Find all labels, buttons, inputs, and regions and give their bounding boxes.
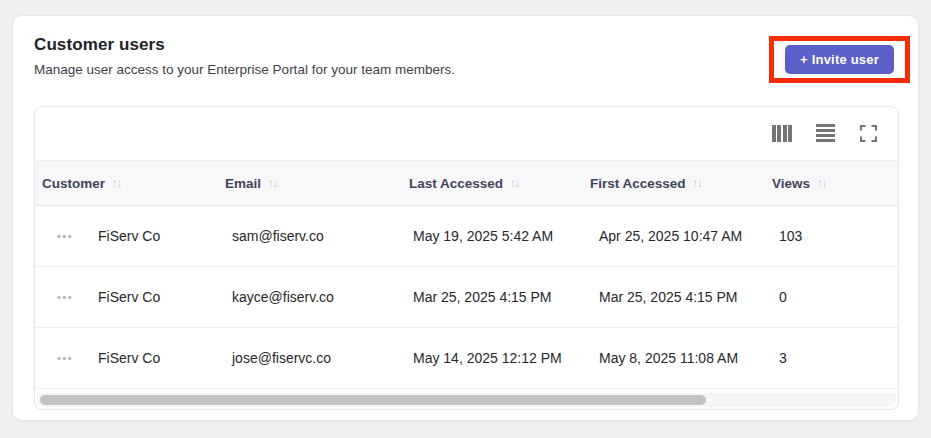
sort-icon[interactable]: ↑↓ [817,177,827,189]
table-toolbar [35,107,898,160]
cell-first-accessed: Apr 25, 2025 10:47 AM [599,206,742,266]
cell-first-accessed: Mar 25, 2025 4:15 PM [599,267,738,327]
row-menu-icon[interactable]: ••• [57,267,73,327]
cell-last-accessed: May 19, 2025 5:42 AM [413,206,553,266]
sort-icon[interactable]: ↑↓ [112,177,122,189]
page-subtitle: Manage user access to your Enterprise Po… [34,62,455,77]
column-header-label: Customer [42,176,105,191]
column-header-views[interactable]: Views ↑↓ [772,161,827,205]
column-header-customer[interactable]: Customer ↑↓ [42,161,122,205]
horizontal-scrollbar-track[interactable] [37,393,896,407]
row-density-icon[interactable] [815,124,835,142]
cell-customer: FiServ Co [98,328,160,388]
cell-last-accessed: Mar 25, 2025 4:15 PM [413,267,552,327]
users-table-card: Customer ↑↓ Email ↑↓ Last Accessed ↑↓ Fi… [34,106,899,410]
cell-customer: FiServ Co [98,206,160,266]
column-header-last-accessed[interactable]: Last Accessed ↑↓ [409,161,520,205]
cell-views: 103 [779,206,802,266]
table-row: ••• FiServ Co jose@fiservc.co May 14, 20… [35,328,898,389]
column-header-label: Views [772,176,810,191]
column-header-label: First Accessed [590,176,686,191]
cell-first-accessed: May 8, 2025 11:08 AM [599,328,738,388]
page-title: Customer users [34,35,165,55]
sort-icon[interactable]: ↑↓ [268,177,278,189]
column-header-label: Email [225,176,261,191]
annotation-highlight-box: + Invite user [769,36,910,83]
cell-views: 0 [779,267,787,327]
column-header-first-accessed[interactable]: First Accessed ↑↓ [590,161,702,205]
row-menu-icon[interactable]: ••• [57,328,73,388]
sort-icon[interactable]: ↑↓ [510,177,520,189]
columns-icon[interactable] [772,124,792,142]
table-row: ••• FiServ Co sam@fiserv.co May 19, 2025… [35,206,898,267]
column-header-email[interactable]: Email ↑↓ [225,161,278,205]
invite-user-button[interactable]: + Invite user [785,45,894,74]
cell-email: sam@fiserv.co [232,206,324,266]
row-menu-icon[interactable]: ••• [57,206,73,266]
cell-views: 3 [779,328,787,388]
column-header-label: Last Accessed [409,176,503,191]
cell-last-accessed: May 14, 2025 12:12 PM [413,328,562,388]
cell-customer: FiServ Co [98,267,160,327]
table-row: ••• FiServ Co kayce@fiserv.co Mar 25, 20… [35,267,898,328]
table-header-row: Customer ↑↓ Email ↑↓ Last Accessed ↑↓ Fi… [35,160,898,206]
cell-email: kayce@fiserv.co [232,267,334,327]
cell-email: jose@fiservc.co [232,328,331,388]
maximize-icon[interactable] [858,124,878,142]
sort-icon[interactable]: ↑↓ [693,177,703,189]
customer-users-panel: Customer users Manage user access to you… [12,15,919,421]
horizontal-scrollbar-thumb[interactable] [40,395,706,405]
table-toolbar-icons [772,124,878,142]
